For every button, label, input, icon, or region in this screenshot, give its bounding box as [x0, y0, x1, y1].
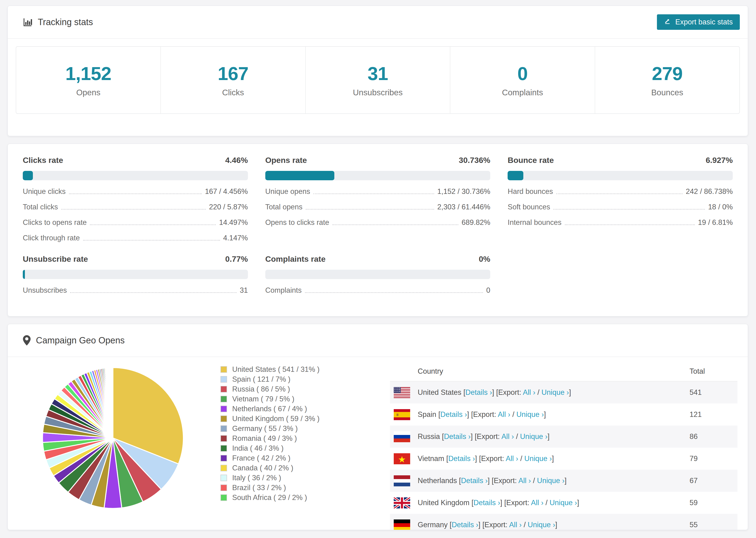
export-icon [664, 17, 672, 27]
legend-item: Romania ( 49 / 3% ) [220, 434, 320, 443]
rate-progress-bar [23, 270, 248, 279]
legend-label: Germany ( 55 / 3% ) [232, 424, 298, 433]
export-all-link[interactable]: All › [502, 432, 514, 441]
table-row-us: United States [Details ›] [Export: All ›… [390, 381, 737, 404]
legend-item: Germany ( 55 / 3% ) [220, 424, 320, 434]
flag-icon-nl [394, 475, 410, 486]
geo-table-header: Country Total [390, 362, 737, 381]
rate-title: Unsubscribe rate [23, 254, 88, 264]
stat-value: 279 [652, 63, 682, 84]
flag-icon-vn [394, 453, 410, 464]
legend-label: United States ( 541 / 31% ) [232, 365, 320, 374]
legend-swatch [220, 366, 227, 373]
legend-label: Romania ( 49 / 3% ) [232, 434, 297, 443]
legend-label: South Africa ( 29 / 2% ) [232, 493, 307, 502]
legend-swatch [220, 484, 227, 491]
details-link[interactable]: Details › [461, 476, 488, 485]
export-all-link[interactable]: All › [498, 410, 510, 418]
legend-swatch [220, 415, 227, 422]
legend-swatch [220, 455, 227, 461]
legend-item: Brazil ( 33 / 2% ) [220, 483, 320, 493]
pie-legend: United States ( 541 / 31% ) Spain ( 121 … [220, 364, 320, 503]
legend-item: South Africa ( 29 / 2% ) [220, 493, 320, 503]
table-row-ru: Russia [Details ›] [Export: All › / Uniq… [390, 426, 737, 448]
rate-detail-row: Unsubscribes 31 [23, 286, 248, 295]
export-all-link[interactable]: All › [523, 388, 535, 397]
export-unique-link[interactable]: Unique › [524, 455, 552, 463]
tracking-stats-title: Tracking stats [23, 17, 93, 27]
export-basic-stats-button[interactable]: Export basic stats [657, 14, 740, 30]
rate-detail-row: Soft bounces 18 / 0% [508, 203, 733, 211]
summary-stats-row: 1,152 Opens167 Clicks31 Unsubscribes0 Co… [16, 46, 740, 114]
stat-label: Bounces [651, 88, 683, 97]
rate-progress-bar [265, 171, 490, 180]
legend-swatch [220, 445, 227, 452]
rate-detail-row: Hard bounces 242 / 86.738% [508, 187, 733, 196]
stat-cell-clicks: 167 Clicks [160, 47, 305, 113]
rate-detail-row: Opens to clicks rate 689.82% [265, 218, 490, 227]
legend-label: France ( 42 / 2% ) [232, 454, 291, 462]
dotted-leader [565, 224, 695, 225]
stat-label: Opens [76, 88, 100, 97]
details-link[interactable]: Details › [452, 521, 478, 529]
legend-item: India ( 46 / 3% ) [220, 443, 320, 453]
legend-swatch [220, 405, 227, 412]
geo-opens-pie-chart [38, 363, 188, 513]
country-cell: Russia [Details ›] [Export: All › / Uniq… [418, 432, 550, 441]
rate-detail-row: Clicks to opens rate 14.497% [23, 218, 248, 227]
dotted-leader [553, 209, 705, 210]
geo-title: Campaign Geo Opens [36, 336, 125, 346]
details-link[interactable]: Details › [465, 388, 492, 397]
rate-value: 6.927% [706, 156, 733, 165]
legend-item: Russia ( 86 / 5% ) [220, 384, 320, 394]
details-link[interactable]: Details › [444, 432, 471, 441]
rate-title: Bounce rate [508, 156, 554, 165]
legend-label: Italy ( 36 / 2% ) [232, 474, 281, 482]
rate-value: 0% [479, 254, 490, 264]
export-unique-link[interactable]: Unique › [528, 521, 555, 529]
rate-title: Clicks rate [23, 156, 63, 165]
dotted-leader [69, 193, 202, 194]
flag-icon-us [394, 387, 410, 398]
legend-label: Netherlands ( 67 / 4% ) [232, 405, 307, 413]
tracking-stats-card: Tracking stats Export basic stats 1,152 … [8, 6, 748, 136]
map-marker-icon [23, 335, 31, 346]
stat-value: 167 [218, 63, 248, 84]
export-all-link[interactable]: All › [518, 476, 531, 485]
details-link[interactable]: Details › [441, 410, 467, 418]
rate-value: 4.46% [225, 156, 248, 165]
rate-detail-row: Complaints 0 [265, 286, 490, 295]
table-row-nl: Netherlands [Details ›] [Export: All › /… [390, 470, 737, 492]
dotted-leader [556, 193, 682, 194]
export-unique-link[interactable]: Unique › [541, 388, 569, 397]
geo-header: Campaign Geo Opens [8, 324, 748, 357]
rate-progress-bar [508, 171, 733, 180]
dotted-leader [305, 292, 483, 293]
legend-label: Russia ( 86 / 5% ) [232, 385, 290, 394]
export-all-link[interactable]: All › [509, 521, 521, 529]
stat-label: Complaints [502, 88, 543, 97]
legend-swatch [220, 465, 227, 471]
stat-cell-bounces: 279 Bounces [595, 47, 739, 113]
stat-cell-unsubscribes: 31 Unsubscribes [305, 47, 450, 113]
export-unique-link[interactable]: Unique › [516, 410, 544, 418]
details-link[interactable]: Details › [473, 499, 500, 507]
legend-label: Vietnam ( 79 / 5% ) [232, 395, 295, 403]
rates-card: Clicks rate 4.46% Unique clicks 167 / 4.… [8, 144, 748, 316]
table-row-gb: United Kingdom [Details ›] [Export: All … [390, 492, 737, 514]
export-unique-link[interactable]: Unique › [550, 499, 577, 507]
flag-icon-es [394, 409, 410, 420]
export-all-link[interactable]: All › [506, 455, 518, 463]
total-cell: 59 [689, 499, 737, 507]
rate-progress-fill [23, 270, 25, 279]
dotted-leader [61, 209, 206, 210]
export-unique-link[interactable]: Unique › [520, 432, 548, 441]
export-all-link[interactable]: All › [531, 499, 543, 507]
rate-detail-row: Total opens 2,303 / 61.446% [265, 203, 490, 211]
country-cell: Germany [Details ›] [Export: All › / Uni… [418, 521, 557, 529]
table-row-vn: Vietnam [Details ›] [Export: All › / Uni… [390, 448, 737, 470]
dotted-leader [313, 193, 434, 194]
export-unique-link[interactable]: Unique › [537, 476, 565, 485]
dotted-leader [90, 224, 216, 225]
details-link[interactable]: Details › [448, 455, 475, 463]
